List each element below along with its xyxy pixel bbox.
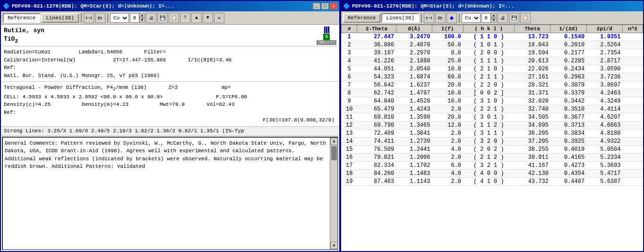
spin-input[interactable] xyxy=(130,13,139,23)
table-cell: 69.010 xyxy=(357,113,396,122)
down-button[interactable]: ▼ xyxy=(203,13,213,23)
table-cell: 32.740 xyxy=(515,105,550,113)
crystal-row-3: Density(c)=4.25 Density(m)=4.23 Mwt=79.9… xyxy=(4,101,336,109)
comments-container: General Comments: Pattern reviewed by Sy… xyxy=(2,137,338,250)
toolbar-separator-1 xyxy=(81,13,82,23)
table-cell: 3.7236 xyxy=(586,73,622,81)
right-spin-input[interactable] xyxy=(481,13,491,23)
right-spin-down[interactable]: ▼ xyxy=(491,18,497,23)
cell-value: CELL: 4.5933 x 4.5933 x 2.9592 <90.0 x 9… xyxy=(4,94,163,100)
table-row: 1269.7901.346512.0( 1 1 2 )34.8950.37134… xyxy=(342,122,643,130)
table-cell: 13 xyxy=(342,130,357,138)
right-print-button[interactable]: 🖨 xyxy=(498,13,508,23)
table-cell: 13.723 xyxy=(515,33,550,41)
table-cell: 37.205 xyxy=(515,138,550,146)
save-button[interactable]: 💾 xyxy=(157,13,168,23)
col-header-2theta: 2-Theta xyxy=(357,25,396,33)
table-cell: 5.3693 xyxy=(586,162,622,170)
table-cell: 31.371 xyxy=(515,89,550,97)
table-row: 862.7421.479710.0[ 0 0 2 ]31.3710.33794.… xyxy=(342,89,643,97)
right-open-folder-button[interactable]: 🗁 xyxy=(435,13,446,23)
table-cell: 0.2177 xyxy=(550,49,586,57)
first-record-button[interactable]: ⊢⊣ xyxy=(84,13,94,23)
scroll-thumb[interactable] xyxy=(331,146,337,160)
right-copy-button[interactable]: 📋 xyxy=(520,13,531,23)
table-cell: 41.167 xyxy=(515,162,550,170)
tab-reference[interactable]: Reference xyxy=(3,13,40,23)
table-cell: 1.2441 xyxy=(396,146,432,154)
open-folder-button[interactable]: 🗁 xyxy=(95,13,105,23)
table-cell: 4.6663 xyxy=(586,122,622,130)
table-cell: 1.1143 xyxy=(396,178,432,186)
table-cell: 20.0 xyxy=(432,81,463,89)
filter-value: Filter= xyxy=(144,49,166,55)
table-cell: 1 xyxy=(342,33,357,41)
radiation-select[interactable]: Cu Mo Fe xyxy=(110,13,129,23)
table-row: 1065.4791.42432.0( 2 2 1 )32.7400.35104.… xyxy=(342,105,643,113)
crystal-row-1: Tetragonal - Powder Diffraction, P42/mnm… xyxy=(4,84,336,93)
right-tab-lines[interactable]: Lines(38) xyxy=(381,13,419,23)
table-cell: 10.0 xyxy=(432,89,463,97)
table-cell: 1.4243 xyxy=(396,105,432,113)
compound-formula: TiO2 xyxy=(4,35,44,45)
table-cell: 18.043 xyxy=(515,41,550,49)
table-cell: 22.026 xyxy=(515,65,550,73)
data-table: # 2-Theta d(Å) I(f) ( h k l ) Theta 1/(2… xyxy=(341,25,643,186)
table-cell: 12.0 xyxy=(432,122,463,130)
right-spin-up[interactable]: ▲ xyxy=(491,13,497,18)
table-cell xyxy=(622,146,643,154)
right-toolbar: Reference Lines(38) ⊢⊣ 🗁 ◆ Cu Mo ▲ ▼ 🖨 💾… xyxy=(341,11,643,25)
table-cell: 34.505 xyxy=(515,113,550,122)
print-button[interactable]: 🖨 xyxy=(146,13,156,23)
right-toolbar-separator-2 xyxy=(459,13,460,23)
table-cell: 0.3834 xyxy=(550,130,586,138)
table-cell xyxy=(622,178,643,186)
table-cell: 10.0 xyxy=(432,97,463,105)
minimize-button[interactable]: _ xyxy=(313,3,320,9)
right-first-record-button[interactable]: ⊢⊣ xyxy=(424,13,434,23)
table-cell: 5.6387 xyxy=(586,178,622,186)
maximize-button[interactable]: □ xyxy=(321,3,329,9)
table-cell: ( 2 0 2 ) xyxy=(463,146,515,154)
table-body: 127.4473.2470100.0( 1 1 0 )13.7230.15401… xyxy=(342,33,643,186)
tab-lines[interactable]: Lines(38) xyxy=(41,13,78,23)
strong-lines: Strong Lines: 3.25/X 1.69/6 2.49/5 2.19/… xyxy=(1,127,339,136)
table-row: 756.6421.623720.0( 2 2 0 )28.3210.30793.… xyxy=(342,81,643,89)
scrollbar: ▲ ▼ xyxy=(330,138,337,249)
quality-badge: S (White) xyxy=(317,26,336,45)
compound-header: Rutile, syn TiO2 S (White) xyxy=(1,25,339,46)
radiation-ref-text: Natl. Bur. Stand. (U.S.) Monogr. 25, v7 … xyxy=(4,72,336,80)
scroll-up-button[interactable]: ▲ xyxy=(330,138,338,145)
close-x-button[interactable]: ✕ xyxy=(214,13,224,23)
spin-buttons: ▲ ▼ xyxy=(139,13,145,23)
table-cell: ( 2 2 1 ) xyxy=(463,105,515,113)
toolbar-separator-2 xyxy=(107,13,108,23)
right-diamond-button[interactable]: ◆ xyxy=(447,13,457,23)
up-button[interactable]: ▲ xyxy=(191,13,202,23)
table-cell: 32.020 xyxy=(515,97,550,105)
table-cell: 16 xyxy=(342,154,357,162)
copy-button[interactable]: 📋 xyxy=(169,13,179,23)
table-cell: 0.4019 xyxy=(550,146,586,154)
table-cell: 36.086 xyxy=(357,41,396,49)
spin-up[interactable]: ▲ xyxy=(139,13,145,18)
table-cell: 5.0504 xyxy=(586,146,622,154)
z-value: Z=2 xyxy=(169,85,178,90)
table-cell: 79.821 xyxy=(357,154,396,162)
right-tab-reference[interactable]: Reference xyxy=(343,13,380,23)
compound-name: Rutile, syn xyxy=(4,26,44,35)
table-cell: 2 xyxy=(342,41,357,49)
table-cell: ( 4 0 0 ) xyxy=(463,170,515,178)
spin-down[interactable]: ▼ xyxy=(139,18,145,23)
right-save-button[interactable]: 💾 xyxy=(509,13,519,23)
scroll-down-button[interactable]: ▼ xyxy=(330,242,338,249)
right-radiation-select[interactable]: Cu Mo xyxy=(462,13,481,23)
table-cell: 2.2970 xyxy=(396,49,432,57)
col-header-d: d(Å) xyxy=(396,25,432,33)
table-cell: 0.4165 xyxy=(550,154,586,162)
data-table-container: # 2-Theta d(Å) I(f) ( h k l ) Theta 1/(2… xyxy=(341,25,643,251)
crystal-system: Tetragonal - Powder Diffraction, P42/mnm… xyxy=(4,85,146,90)
help-button[interactable]: ? xyxy=(180,13,190,23)
close-button[interactable]: ✕ xyxy=(330,3,337,9)
table-cell: 82.334 xyxy=(357,162,396,170)
